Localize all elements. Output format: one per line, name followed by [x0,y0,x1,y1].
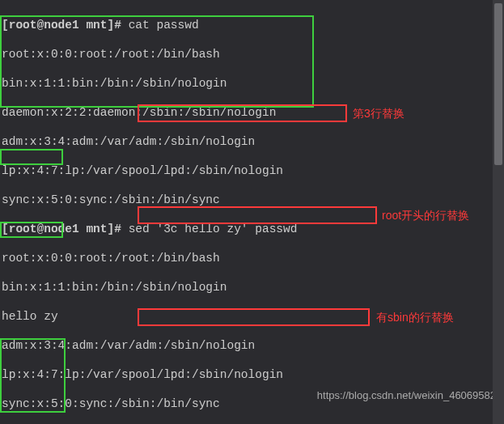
scrollbar-thumb[interactable] [494,3,502,165]
output-line: bin:x:1:1:bin:/bin:/sbin/nologin [2,280,502,295]
output-line: root:x:0:0:root:/root:/bin/bash [2,47,502,61]
command-cat: cat passwd [129,19,199,32]
command-sed-3c: sed '3c hello zy' passwd [129,223,298,235]
prompt: [root@node1 mnt]# [2,19,129,32]
output-line: root:x:0:0:root:/root:/bin/bash [2,251,502,265]
output-line: sync:x:5:0:sync:/sbin:/bin/sync [2,193,502,207]
output-line: lp:x:4:7:lp:/var/spool/lpd:/sbin/nologin [2,367,502,382]
output-line: adm:x:3:4:adm:/var/adm:/sbin/nologin [2,134,502,149]
terminal-window[interactable]: [root@node1 mnt]# cat passwd root:x:0:0:… [0,0,504,424]
output-line: sync:x:5:0:sync:/sbin:/bin/sync [2,396,502,411]
output-line: hello zy [2,309,502,324]
prompt: [root@node1 mnt]# [2,223,129,235]
scrollbar-track[interactable] [493,0,504,424]
output-line: lp:x:4:7:lp:/var/spool/lpd:/sbin/nologin [2,163,502,178]
output-line: daemon:x:2:2:daemon:/sbin:/sbin/nologin [2,105,502,120]
highlight-box-hello1 [0,149,63,165]
output-line: bin:x:1:1:bin:/bin:/sbin/nologin [2,76,502,91]
annotation-sed2: root开头的行替换 [382,208,469,223]
output-line: adm:x:3:4:adm:/var/adm:/sbin/nologin [2,338,502,353]
